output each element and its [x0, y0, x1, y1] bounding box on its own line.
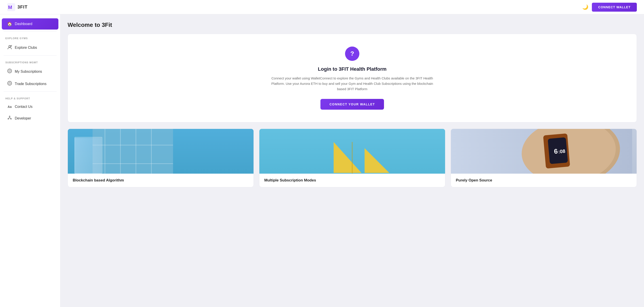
feature-card-blockchain: Blockchain based Algorithm — [68, 129, 254, 187]
header-right: 🌙 CONNECT WALLET — [582, 3, 637, 12]
feature-card-blockchain-body: Blockchain based Algorithm — [68, 174, 254, 187]
svg-point-7 — [8, 81, 12, 85]
sidebar-item-trade-subscriptions[interactable]: Trade Subscriptions — [2, 78, 58, 90]
main-content: Welcome to 3Fit ? Login to 3FIT Health P… — [60, 14, 644, 307]
feature-card-open-source: 6 :08 Purely Open Source — [451, 129, 637, 187]
question-icon: ? — [350, 50, 354, 57]
login-card: ? Login to 3FIT Health Platform Connect … — [68, 34, 637, 122]
logo-text: 3FIT — [18, 4, 28, 10]
feature-cards: Blockchain based Algorithm — [68, 129, 637, 187]
sidebar: 🏠 Dashboard EXPLORE GYMS Explore Clubs S… — [0, 14, 60, 307]
feature-card-subscription-image — [259, 129, 445, 174]
trade-subscriptions-icon — [7, 81, 12, 86]
svg-point-6 — [9, 70, 10, 72]
sidebar-developer-label: Developer — [15, 116, 31, 120]
sidebar-item-explore-clubs[interactable]: Explore Clubs — [2, 42, 58, 54]
feature-card-subscription-body: Multiple Subscription Modes — [259, 174, 445, 187]
svg-point-5 — [8, 69, 12, 73]
sidebar-section-subscriptions: SUBSCRIPTIONS MGMT — [0, 58, 60, 65]
sidebar-item-label: Dashboard — [15, 22, 32, 26]
svg-point-2 — [9, 46, 10, 47]
sidebar-item-my-subscriptions[interactable]: My Subscriptions — [2, 66, 58, 78]
sidebar-item-contact-us[interactable]: Aa Contact Us — [2, 102, 58, 112]
svg-point-11 — [10, 118, 12, 119]
sidebar-my-subscriptions-label: My Subscriptions — [15, 70, 42, 74]
login-card-description: Connect your wallet using WalletConnect … — [267, 76, 437, 92]
feature-card-blockchain-title: Blockchain based Algorithm — [73, 178, 124, 182]
question-icon-container: ? — [345, 46, 359, 61]
sidebar-divider-1 — [4, 31, 56, 32]
feature-card-open-source-body: Purely Open Source — [451, 174, 636, 187]
sidebar-divider-2 — [4, 56, 56, 56]
sidebar-divider-3 — [4, 92, 56, 92]
svg-point-9 — [9, 116, 10, 117]
feature-card-open-source-image: 6 :08 — [451, 129, 636, 174]
feature-card-blockchain-image — [68, 129, 254, 174]
layout: 🏠 Dashboard EXPLORE GYMS Explore Clubs S… — [0, 0, 644, 307]
svg-point-10 — [8, 118, 9, 119]
connect-wallet-main-button[interactable]: CONNECT YOUR WALLET — [320, 99, 384, 110]
moon-icon[interactable]: 🌙 — [582, 4, 588, 10]
svg-text::08: :08 — [558, 148, 566, 154]
feature-card-subscription-title: Multiple Subscription Modes — [264, 178, 316, 182]
explore-clubs-icon — [7, 44, 12, 50]
page-title: Welcome to 3Fit — [68, 22, 637, 28]
svg-point-8 — [9, 82, 10, 84]
home-icon: 🏠 — [7, 22, 12, 26]
my-subscriptions-icon — [7, 69, 12, 74]
sidebar-section-explore-gyms: EXPLORE GYMS — [0, 33, 60, 41]
sidebar-explore-clubs-label: Explore Clubs — [15, 46, 37, 50]
contact-us-icon: Aa — [7, 105, 12, 108]
header: M 3FIT 🌙 CONNECT WALLET — [0, 0, 644, 14]
login-card-title: Login to 3FIT Health Platform — [77, 66, 628, 72]
logo-icon: M — [7, 3, 15, 11]
svg-text:6: 6 — [554, 148, 558, 155]
logo: M 3FIT — [7, 3, 28, 11]
feature-card-subscription-modes: Multiple Subscription Modes — [259, 129, 445, 187]
sidebar-section-help: HELP & SUPPORT — [0, 94, 60, 101]
feature-card-open-source-title: Purely Open Source — [456, 178, 492, 182]
sidebar-item-developer[interactable]: Developer — [2, 112, 58, 124]
svg-line-4 — [12, 45, 12, 46]
svg-text:M: M — [8, 4, 12, 10]
sidebar-trade-subscriptions-label: Trade Subscriptions — [15, 82, 46, 86]
svg-line-13 — [8, 118, 10, 118]
developer-icon — [7, 116, 12, 121]
svg-line-14 — [10, 118, 11, 118]
connect-wallet-header-button[interactable]: CONNECT WALLET — [592, 3, 637, 12]
sidebar-item-dashboard[interactable]: 🏠 Dashboard — [2, 18, 58, 30]
sidebar-contact-us-label: Contact Us — [15, 105, 32, 109]
